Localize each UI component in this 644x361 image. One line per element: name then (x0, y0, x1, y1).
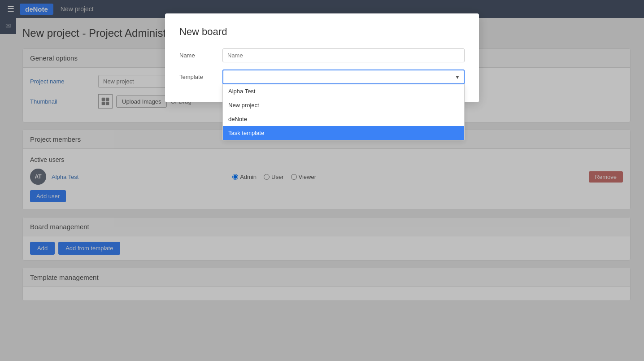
modal-name-row: Name (179, 48, 465, 62)
dropdown-item-alpha-test[interactable]: Alpha Test (223, 84, 464, 98)
dropdown-item-task-template[interactable]: Task template (223, 126, 464, 140)
dropdown-item-new-project[interactable]: New project (223, 98, 464, 112)
modal-name-input[interactable] (222, 48, 465, 62)
template-dropdown-list: Alpha Test New project deNote Task templ… (222, 84, 465, 140)
modal-template-label: Template (179, 74, 215, 80)
modal-template-select-wrapper: ▼ Alpha Test New project deNote Task tem… (222, 70, 465, 84)
modal-name-label: Name (179, 52, 215, 59)
new-board-modal: New board Name Template ▼ Alpha Test New… (165, 13, 479, 102)
dropdown-item-denote[interactable]: deNote (223, 112, 464, 126)
modal-template-row: Template ▼ Alpha Test New project deNote… (179, 70, 465, 84)
modal-overlay[interactable]: New board Name Template ▼ Alpha Test New… (0, 0, 644, 317)
modal-title: New board (179, 26, 465, 38)
modal-template-select[interactable] (222, 70, 465, 84)
